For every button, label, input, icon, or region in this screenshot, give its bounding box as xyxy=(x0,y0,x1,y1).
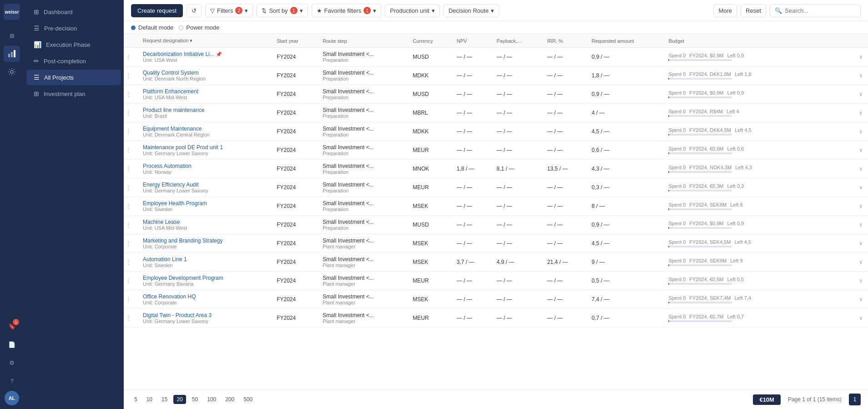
row-expand-7[interactable]: ∨ xyxy=(854,178,868,197)
row-expand-3[interactable]: ∨ xyxy=(854,104,868,122)
project-link-10[interactable]: Marketing and Branding Strategy xyxy=(143,237,267,244)
col-start-year[interactable]: Start year xyxy=(272,34,318,48)
row-currency-2: MUSD xyxy=(408,85,452,104)
project-link-13[interactable]: Office Renovation HQ xyxy=(143,293,267,300)
decision-route-button[interactable]: Decision Route ▾ xyxy=(444,4,499,17)
row-menu-3[interactable]: ⋮ xyxy=(124,104,138,122)
row-expand-10[interactable]: ∨ xyxy=(854,234,868,253)
project-link-11[interactable]: Automation Line 1 xyxy=(143,256,267,263)
row-menu-6[interactable]: ⋮ xyxy=(124,160,138,178)
row-expand-14[interactable]: ∨ xyxy=(854,309,868,328)
sidebar-icon-settings[interactable] xyxy=(4,64,20,80)
row-menu-8[interactable]: ⋮ xyxy=(124,197,138,216)
project-link-14[interactable]: Digital Twin - Product Area 3 xyxy=(143,312,267,318)
row-menu-14[interactable]: ⋮ xyxy=(124,309,138,328)
row-name-12: Employee Development Program Unit: Germa… xyxy=(138,272,272,290)
row-menu-5[interactable]: ⋮ xyxy=(124,141,138,160)
sidebar-item-pre-decision[interactable]: ☰ Pre-decision xyxy=(26,20,121,36)
col-requested-amount[interactable]: Requested amount xyxy=(587,34,664,48)
col-npv[interactable]: NPV xyxy=(452,34,492,48)
project-link-4[interactable]: Equipment Maintenance xyxy=(143,126,267,132)
project-link-7[interactable]: Energy Efficiency Audit xyxy=(143,182,267,188)
reset-button[interactable]: Reset xyxy=(741,4,766,17)
production-unit-button[interactable]: Production unit ▾ xyxy=(385,4,440,17)
page-size-5[interactable]: 5 xyxy=(131,395,141,404)
row-menu-9[interactable]: ⋮ xyxy=(124,216,138,234)
budget-bar-10 xyxy=(668,246,669,247)
project-link-0[interactable]: Decarbonization Initiative Li... 📌 xyxy=(143,51,267,57)
row-expand-11[interactable]: ∨ xyxy=(854,253,868,272)
search-input[interactable] xyxy=(785,7,853,14)
row-expand-13[interactable]: ∨ xyxy=(854,290,868,309)
more-button[interactable]: More xyxy=(713,4,737,17)
row-menu-10[interactable]: ⋮ xyxy=(124,234,138,253)
page-1-button[interactable]: 1 xyxy=(849,394,861,405)
row-name-2: Platform Enhancement Unit: USA Mid-West xyxy=(138,85,272,104)
col-route-step[interactable]: Route step xyxy=(318,34,408,48)
row-expand-4[interactable]: ∨ xyxy=(854,122,868,141)
row-menu-2[interactable]: ⋮ xyxy=(124,85,138,104)
sidebar-icon-gear[interactable]: ⚙ xyxy=(4,354,20,371)
sidebar-item-post-completion[interactable]: ✏ Post-completion xyxy=(26,53,121,69)
sidebar-icon-bookmark[interactable]: 🔖 1 xyxy=(4,318,20,334)
sidebar-item-investment-plan[interactable]: ⊞ Investment plan xyxy=(26,86,121,101)
sidebar-icon-grid[interactable]: ⊞ xyxy=(4,27,20,44)
project-link-1[interactable]: Quality Control System xyxy=(143,70,267,76)
page-size-50[interactable]: 50 xyxy=(189,395,201,404)
page-size-20[interactable]: 20 xyxy=(173,395,186,404)
sort-button[interactable]: ⇅ Sort by 1 ▾ xyxy=(257,4,308,17)
row-menu-11[interactable]: ⋮ xyxy=(124,253,138,272)
row-menu-0[interactable]: ⋮ xyxy=(124,48,138,66)
row-name-3: Product line maintenance Unit: Brazil xyxy=(138,104,272,122)
budget-spent-11: Spent 0 xyxy=(668,258,686,263)
power-mode-option[interactable]: Power mode xyxy=(179,24,219,31)
row-expand-12[interactable]: ∨ xyxy=(854,272,868,290)
row-menu-1[interactable]: ⋮ xyxy=(124,66,138,85)
col-payback[interactable]: Payback,... xyxy=(492,34,543,48)
sidebar-icon-analytics[interactable] xyxy=(4,45,20,62)
project-link-8[interactable]: Employee Health Program xyxy=(143,200,267,207)
project-link-12[interactable]: Employee Development Program xyxy=(143,275,267,281)
row-expand-9[interactable]: ∨ xyxy=(854,216,868,234)
create-request-button[interactable]: Create request xyxy=(131,4,183,17)
user-avatar[interactable]: AL xyxy=(5,391,19,405)
star-icon: ★ xyxy=(317,7,322,14)
sidebar-icon-help[interactable]: ? xyxy=(4,373,20,389)
search-box[interactable]: 🔍 xyxy=(770,4,861,17)
sidebar-icon-doc[interactable]: 📄 xyxy=(4,336,20,353)
page-size-100[interactable]: 100 xyxy=(204,395,219,404)
col-budget[interactable]: Budget xyxy=(664,34,854,48)
footer: 510152050100200500 €10M Page 1 of 1 (15 … xyxy=(124,389,868,409)
row-budget-3: Spent 0 FY2024, R$4M Left 4 xyxy=(664,104,854,122)
row-menu-4[interactable]: ⋮ xyxy=(124,122,138,141)
page-size-200[interactable]: 200 xyxy=(222,395,237,404)
row-expand-5[interactable]: ∨ xyxy=(854,141,868,160)
sidebar-item-dashboard[interactable]: ⊞ Dashboard xyxy=(26,4,121,20)
page-size-500[interactable]: 500 xyxy=(240,395,256,404)
row-expand-0[interactable]: ∨ xyxy=(854,48,868,66)
project-link-2[interactable]: Platform Enhancement xyxy=(143,88,267,95)
row-expand-1[interactable]: ∨ xyxy=(854,66,868,85)
default-mode-option[interactable]: Default mode xyxy=(131,24,173,31)
row-menu-12[interactable]: ⋮ xyxy=(124,272,138,290)
filters-button[interactable]: ▽ Filters 2 ▾ xyxy=(205,4,253,17)
row-menu-7[interactable]: ⋮ xyxy=(124,178,138,197)
project-link-6[interactable]: Process Automation xyxy=(143,163,267,169)
col-currency[interactable]: Currency xyxy=(408,34,452,48)
favorite-filters-button[interactable]: ★ Favorite filters 1 ▾ xyxy=(312,4,382,17)
row-expand-8[interactable]: ∨ xyxy=(854,197,868,216)
col-irr[interactable]: IRR, % xyxy=(543,34,587,48)
col-request-designation[interactable]: Request designation ▾ xyxy=(138,34,272,48)
row-expand-2[interactable]: ∨ xyxy=(854,85,868,104)
project-link-9[interactable]: Machine Lease xyxy=(143,219,267,225)
budget-left-11: Left 9 xyxy=(730,258,743,263)
sidebar-item-execution-phase[interactable]: 📊 Execution Phase xyxy=(26,37,121,52)
project-link-5[interactable]: Maintenance pool DE Prod unit 1 xyxy=(143,144,267,151)
refresh-button[interactable]: ↺ xyxy=(187,4,202,17)
page-size-10[interactable]: 10 xyxy=(143,395,156,404)
row-expand-6[interactable]: ∨ xyxy=(854,160,868,178)
project-link-3[interactable]: Product line maintenance xyxy=(143,107,267,113)
row-menu-13[interactable]: ⋮ xyxy=(124,290,138,309)
page-size-15[interactable]: 15 xyxy=(158,395,171,404)
sidebar-item-all-projects[interactable]: ☰ All Projects xyxy=(26,70,121,85)
